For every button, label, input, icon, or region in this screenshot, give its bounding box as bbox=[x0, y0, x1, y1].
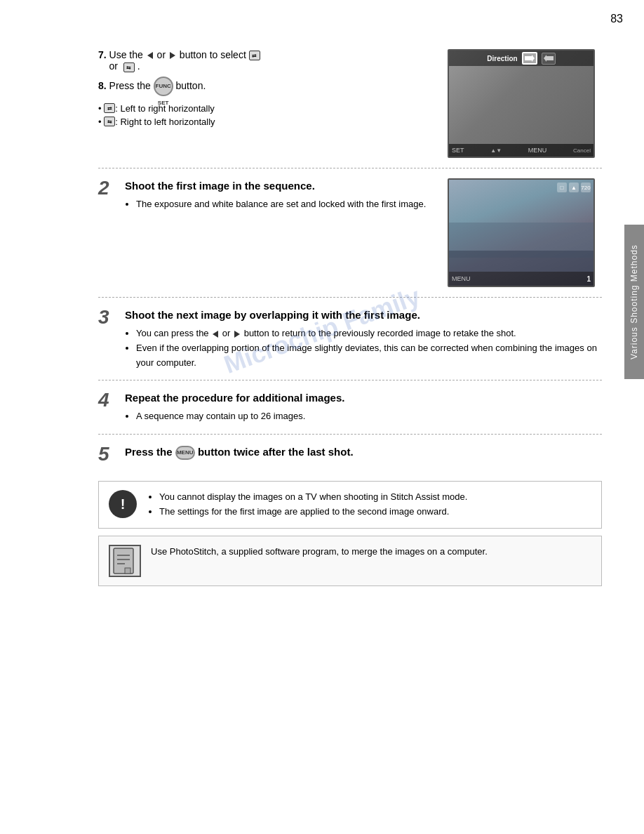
step-5-number: 5 bbox=[98, 444, 125, 464]
step-5-content: Press the MENU button twice after the la… bbox=[125, 444, 602, 464]
or-text2: or bbox=[109, 60, 118, 72]
svg-marker-2 bbox=[544, 55, 546, 62]
step-4-section: 4 Repeat the procedure for additional im… bbox=[98, 380, 602, 434]
arrow-right-icon2 bbox=[234, 331, 240, 338]
camera-screen-1: Direction SET ▲▼ MENU Cancel bbox=[448, 49, 595, 158]
button-to-select-text: button to select bbox=[180, 49, 246, 60]
step8-button-text: button. bbox=[176, 79, 206, 91]
step-2-number: 2 bbox=[98, 178, 125, 198]
warning-bullets: You cannot display the images on a TV wh… bbox=[159, 490, 591, 519]
cam-icon-2: ▲ bbox=[569, 183, 579, 192]
step-2-title: Shoot the first image in the sequence. bbox=[125, 178, 441, 193]
step-3-number-col: 3 bbox=[98, 307, 125, 370]
arrow-right-icon1 bbox=[170, 52, 175, 59]
warning-box: ! You cannot display the images on a TV … bbox=[98, 481, 602, 529]
step-5-section: 5 Press the MENU button twice after the … bbox=[98, 434, 602, 474]
icon-left-right: ⇄ bbox=[249, 51, 260, 60]
step-4-bullet-1: A sequence may contain up to 26 images. bbox=[136, 409, 595, 424]
camera2-menu-bar: MENU 1 bbox=[449, 272, 593, 286]
step7-label: 7. bbox=[98, 49, 107, 60]
step-2-number-col: 2 bbox=[98, 178, 125, 287]
camera-icon-selected bbox=[522, 52, 537, 65]
ground-sim bbox=[449, 251, 593, 272]
menu-button-icon: MENU bbox=[175, 446, 195, 460]
sidebar-tab: Various Shooting Methods bbox=[624, 225, 644, 379]
step7-use-the: Use the bbox=[109, 49, 143, 60]
step-5-number-col: 5 bbox=[98, 444, 125, 464]
step-4-number: 4 bbox=[98, 390, 125, 410]
step8-press-the: Press the bbox=[109, 79, 151, 91]
info-icon bbox=[109, 545, 141, 577]
step-5-title: Press the MENU button twice after the la… bbox=[125, 444, 602, 461]
step-4-content: Repeat the procedure for additional imag… bbox=[125, 390, 602, 424]
step-2-section: 2 Shoot the first image in the sequence.… bbox=[98, 168, 602, 297]
step-3-bullet-1: You can press the or button to return to… bbox=[136, 326, 602, 341]
step-4-number-col: 4 bbox=[98, 390, 125, 424]
icon-right-left: ⇆ bbox=[123, 62, 135, 72]
main-content: 7. Use the or button to select ⇄ or ⇆ . … bbox=[98, 42, 609, 586]
icon-rtl: ⇆ bbox=[104, 117, 115, 126]
direction-label: Direction bbox=[487, 55, 517, 62]
step-3-content: Shoot the next image by overlapping it w… bbox=[125, 307, 602, 370]
bullet2-text: : Right to left horizontally bbox=[115, 117, 215, 127]
or-text1: or bbox=[157, 49, 166, 60]
step-4-bullets: A sequence may contain up to 26 images. bbox=[136, 409, 595, 424]
camera-image-1: Direction SET ▲▼ MENU Cancel bbox=[448, 49, 602, 158]
camera-screen-2: □ ▲ 720 MENU 1 bbox=[448, 178, 595, 287]
info-box: Use PhotoStitch, a supplied software pro… bbox=[98, 536, 602, 586]
step3-b1-before: You can press the bbox=[136, 328, 209, 338]
camera-top-icons: □ ▲ 720 bbox=[557, 183, 591, 192]
bullet1-text: : Left to right horizontally bbox=[115, 103, 215, 114]
step-3-bullets: You can press the or button to return to… bbox=[136, 326, 602, 370]
info-content: Use PhotoStitch, a supplied software pro… bbox=[151, 545, 591, 560]
step7-text: 7. Use the or button to select ⇄ or ⇆ . bbox=[98, 49, 448, 72]
step-4-title: Repeat the procedure for additional imag… bbox=[125, 390, 595, 405]
func-set-button-icon: FUNCSET bbox=[154, 77, 173, 96]
step-3-title: Shoot the next image by overlapping it w… bbox=[125, 307, 602, 322]
camera-bottom-bar: SET ▲▼ MENU Cancel bbox=[449, 144, 593, 157]
step-3-section: 3 Shoot the next image by overlapping it… bbox=[98, 297, 602, 380]
step3-or-text: or bbox=[222, 328, 231, 338]
camera-menu-label: MENU bbox=[528, 147, 547, 154]
page-number: 83 bbox=[610, 13, 623, 25]
warning-bullet-2: The settings for the first image are app… bbox=[159, 505, 591, 519]
cam-icon-3: 720 bbox=[581, 183, 591, 192]
camera-top-bar: Direction bbox=[449, 51, 593, 66]
step-2-content: Shoot the first image in the sequence. T… bbox=[125, 178, 448, 287]
step5-after: button twice after the last shot. bbox=[198, 446, 354, 458]
camera-screen2-content: □ ▲ 720 MENU 1 bbox=[449, 180, 593, 286]
step-2-image: □ ▲ 720 MENU 1 bbox=[448, 178, 602, 287]
svg-marker-1 bbox=[532, 55, 535, 62]
step-2-bullets: The exposure and white balance are set a… bbox=[136, 197, 441, 212]
warning-icon: ! bbox=[109, 490, 137, 518]
bullet-right-to-left: • ⇆ : Right to left horizontally bbox=[98, 117, 448, 127]
step5-before: Press the bbox=[125, 446, 173, 458]
icon-ltr: ⇄ bbox=[104, 103, 115, 113]
camera2-number: 1 bbox=[586, 275, 591, 283]
step8-label: 8. bbox=[98, 79, 107, 91]
bullet-left-to-right: • ⇄ : Left to right horizontally bbox=[98, 103, 448, 114]
arrow-left-icon2 bbox=[213, 331, 218, 338]
svg-rect-0 bbox=[525, 56, 532, 60]
arrow-left-icon1 bbox=[147, 52, 153, 59]
camera-icon-normal bbox=[542, 53, 556, 65]
top-instruction-content: 7. Use the or button to select ⇄ or ⇆ . … bbox=[98, 49, 448, 158]
svg-rect-3 bbox=[546, 56, 554, 60]
camera2-menu-label: MENU bbox=[452, 275, 471, 282]
svg-rect-9 bbox=[125, 568, 130, 574]
top-instruction-section: 7. Use the or button to select ⇄ or ⇆ . … bbox=[98, 42, 602, 168]
step-3-bullet-2: Even if the overlapping portion of the i… bbox=[136, 341, 602, 371]
camera-set-label: SET bbox=[452, 147, 464, 154]
step-3-number: 3 bbox=[98, 307, 125, 327]
step3-b1-end: button to return to the previously recor… bbox=[244, 328, 516, 338]
info-text: Use PhotoStitch, a supplied software pro… bbox=[151, 546, 488, 557]
warning-bullet-1: You cannot display the images on a TV wh… bbox=[159, 490, 591, 505]
step-2-bullet-1: The exposure and white balance are set a… bbox=[136, 197, 441, 212]
step8-text: 8. Press the FUNCSET button. bbox=[98, 77, 448, 96]
cam-icon-1: □ bbox=[557, 183, 567, 192]
warning-content: You cannot display the images on a TV wh… bbox=[147, 490, 591, 519]
